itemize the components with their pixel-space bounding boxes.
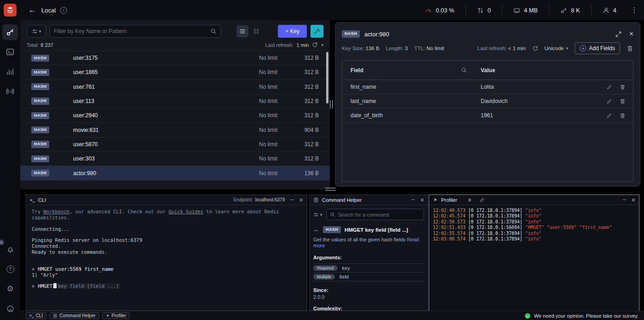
key-ttl: No limit [259, 170, 287, 177]
horizontal-resize-handle[interactable] [325, 188, 335, 191]
refresh-icon[interactable] [312, 42, 318, 48]
statusbar-cli-toggle[interactable]: >_ CLI [26, 312, 46, 319]
sidebar-item-workbench[interactable] [2, 44, 18, 60]
add-fields-button[interactable]: + Add Fields [575, 42, 620, 54]
key-row[interactable]: HASH user:113 No limit 312 B [20, 94, 330, 109]
edit-pencil-icon[interactable] [606, 84, 612, 90]
key-ttl: No limit [259, 155, 287, 162]
key-type-badge: HASH [31, 170, 49, 177]
minimize-profiler-icon[interactable]: − [622, 196, 626, 203]
survey-link[interactable]: We need your opinion. Please take our su… [524, 313, 638, 319]
key-row[interactable]: HASH user:3175 No limit 312 B [20, 51, 330, 65]
top-bar: ← Local i 0.03 % 0 4 MB 8 K 4 [20, 0, 644, 20]
cli-prompt-icon: >_ [29, 314, 34, 318]
side-nav-bottom: 1 ? ⚙ [2, 237, 18, 320]
edit-pencil-icon[interactable] [606, 113, 612, 119]
redis-logo-icon [4, 4, 17, 17]
key-row[interactable]: HASH movie:631 No limit 904 B [20, 123, 330, 137]
close-cli-icon[interactable]: × [299, 196, 303, 204]
delete-field-icon[interactable] [620, 84, 626, 90]
cli-output: Try Workbench, our advanced CLI. Check o… [26, 205, 307, 310]
argument-row: Multiple field [313, 273, 424, 281]
command-helper-icon [53, 314, 58, 318]
delete-field-icon[interactable] [620, 98, 626, 104]
key-details-header: HASH actor:980 × [342, 27, 633, 41]
vertical-resize-handle[interactable] [330, 100, 333, 109]
filter-type-dropdown[interactable]: ▾ [27, 25, 46, 38]
statusbar-profiler-label: Profiler [112, 313, 126, 318]
statusbar-helper-toggle[interactable]: Command Helper [49, 312, 99, 319]
profiler-line: 12:02:51.433 [0 172.18.0.1:56004] "HMGET… [433, 225, 635, 230]
info-icon[interactable]: i [60, 7, 67, 14]
sidebar-item-analytics[interactable] [2, 64, 18, 80]
tree-view-button[interactable] [250, 25, 262, 37]
field-value: Lolita [481, 84, 494, 90]
expand-icon[interactable] [615, 31, 622, 38]
statusbar-profiler-toggle[interactable]: Profiler [102, 312, 130, 319]
cli-prompt-icon: >_ [30, 198, 35, 202]
key-ttl: No limit [259, 127, 287, 133]
sidebar-item-browser[interactable] [2, 24, 18, 40]
key-row[interactable]: HASH user:2940 No limit 312 B [20, 109, 330, 123]
minimize-helper-icon[interactable]: − [411, 196, 415, 203]
refresh-value: 1 min [297, 42, 309, 48]
prompt-glyph: > [32, 283, 34, 289]
sidebar-item-github[interactable] [2, 301, 18, 316]
search-icon[interactable] [210, 28, 217, 34]
helper-back-icon[interactable]: ← [313, 226, 319, 233]
field-search-icon[interactable] [461, 67, 467, 73]
quick-guides-link[interactable]: Quick Guides [168, 209, 203, 214]
length-label: Length: [386, 46, 403, 51]
command-filter-dropdown[interactable]: ▾ [313, 212, 322, 217]
profiler-icon [106, 314, 110, 318]
browser-summary-row: Total: 8 237 Last refresh: 1 min ▾ [20, 41, 330, 51]
key-search-input[interactable] [54, 28, 207, 34]
cli-input-line[interactable]: >HMGETkey field [field ...] [32, 283, 301, 289]
add-key-button[interactable]: + Key [278, 25, 307, 38]
encoding-select[interactable]: Unicode ▾ [545, 46, 569, 51]
back-icon[interactable]: ← [27, 6, 38, 15]
close-profiler-icon[interactable]: × [632, 196, 635, 204]
auto-refresh-chevron-icon[interactable]: ▾ [321, 43, 323, 47]
clear-eraser-icon[interactable] [479, 197, 485, 203]
close-details-icon[interactable]: × [629, 30, 633, 38]
key-size: 904 B [295, 127, 319, 133]
since-label: Since: [313, 287, 424, 293]
cli-syntax-hint: key field [field ...] [57, 283, 120, 289]
notification-count-badge: 1 [0, 240, 4, 245]
delete-key-icon[interactable] [627, 45, 633, 52]
fields-table: Field Value first_name Lolita last_name … [342, 60, 633, 182]
encoding-value: Unicode [545, 46, 564, 51]
sidebar-item-help[interactable]: ? [2, 261, 18, 277]
sidebar-item-pubsub[interactable] [2, 84, 18, 99]
overflow-menu-icon[interactable]: ⋮ [629, 6, 639, 14]
key-row[interactable]: HASH user:1865 No limit 312 B [20, 65, 330, 80]
delete-field-icon[interactable] [620, 113, 626, 119]
metric-memory: 4 MB [502, 5, 549, 16]
list-view-button[interactable] [236, 25, 248, 37]
sidebar-item-notifications[interactable]: 1 [2, 241, 18, 257]
workbench-link[interactable]: Workbench [43, 209, 69, 214]
metric-keys: 8 K [549, 5, 591, 16]
pause-icon[interactable] [467, 197, 472, 203]
redis-logo[interactable] [0, 0, 20, 20]
key-row[interactable]: HASH user:303 No limit 312 B [20, 152, 330, 166]
commands-value: 0 [488, 7, 491, 14]
refresh-icon[interactable] [532, 46, 538, 51]
bulk-actions-button[interactable] [310, 25, 323, 38]
status-bar: >_ CLI Command Helper Profiler We need y… [20, 311, 644, 320]
key-row[interactable]: HASH user:5870 No limit 312 B [20, 137, 330, 152]
edit-pencil-icon[interactable] [606, 98, 612, 104]
list-scrollbar-thumb[interactable] [326, 52, 328, 103]
key-row[interactable]: HASH user:761 No limit 312 B [20, 80, 330, 94]
key-name: user:2940 [73, 112, 259, 119]
key-type-badge: HASH [31, 155, 49, 162]
minimize-cli-icon[interactable]: − [290, 196, 294, 203]
key-ttl: No limit [259, 55, 287, 61]
key-row-selected[interactable]: HASH actor:980 No limit 136 B [20, 166, 330, 180]
sidebar-item-settings[interactable]: ⚙ [2, 281, 18, 297]
wand-icon [314, 28, 320, 34]
metrics-bar: 0.03 % 0 4 MB 8 K 4 [414, 0, 627, 20]
close-helper-icon[interactable]: × [420, 196, 424, 204]
command-search-input[interactable] [338, 212, 420, 217]
